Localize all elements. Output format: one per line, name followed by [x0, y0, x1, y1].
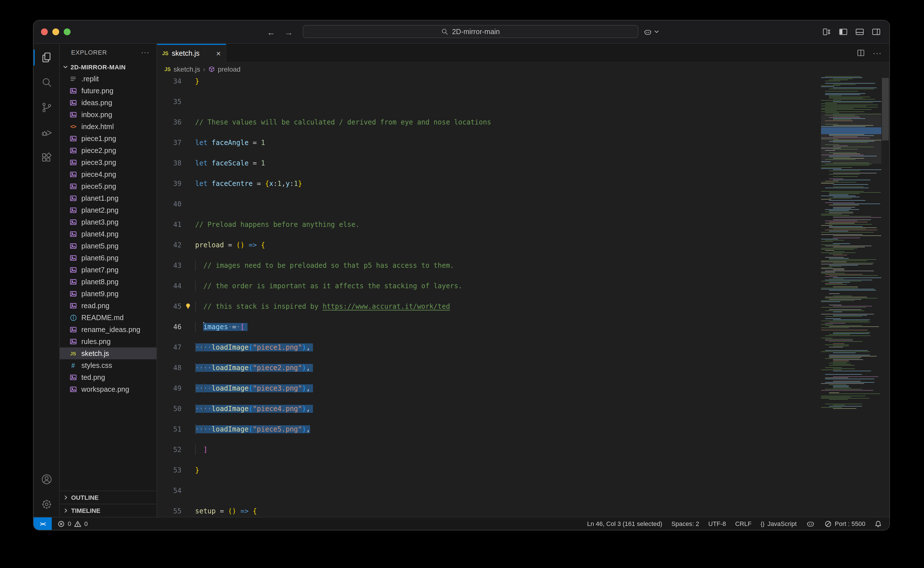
- file-item-.replit[interactable]: .replit: [60, 73, 156, 85]
- file-item-planet4.png[interactable]: planet4.png: [60, 228, 156, 240]
- file-item-planet2.png[interactable]: planet2.png: [60, 204, 156, 216]
- file-item-styles.css[interactable]: #styles.css: [60, 360, 156, 371]
- code-line-46[interactable]: 46 images·=·[: [157, 322, 889, 332]
- chevron-down-icon: [62, 64, 68, 69]
- status-item-notifications[interactable]: [874, 520, 882, 527]
- breadcrumb-file[interactable]: sketch.js: [174, 65, 200, 73]
- activity-item-search[interactable]: [33, 70, 59, 95]
- code-line-36[interactable]: 36// These values will be calculated / d…: [157, 117, 889, 127]
- file-item-planet6.png[interactable]: planet6.png: [60, 252, 156, 264]
- activity-item-explorer[interactable]: [33, 45, 59, 70]
- activity-item-run-debug[interactable]: [33, 120, 59, 145]
- code-line-49[interactable]: 49····loadImage("piece3.png"),: [157, 383, 889, 393]
- zoom-window-button[interactable]: [64, 29, 71, 35]
- forward-button[interactable]: →: [285, 27, 293, 37]
- code-line-37[interactable]: 37let faceAngle = 1: [157, 137, 889, 148]
- file-item-rename_ideas.png[interactable]: rename_ideas.png: [60, 323, 156, 335]
- workbench: EXPLORER ··· 2D-MIRROR-MAIN .replitfutur…: [33, 44, 889, 517]
- breadcrumb-symbol[interactable]: preload: [218, 65, 240, 73]
- file-item-planet3.png[interactable]: planet3.png: [60, 216, 156, 228]
- remote-indicator[interactable]: ><: [33, 517, 52, 530]
- file-item-piece3.png[interactable]: piece3.png: [60, 156, 156, 168]
- code-line-38[interactable]: 38let faceScale = 1: [157, 158, 889, 168]
- split-editor-icon[interactable]: [856, 48, 865, 57]
- code-line-53[interactable]: 53}: [157, 465, 889, 475]
- status-item-eol[interactable]: CRLF: [735, 520, 751, 527]
- image-file-icon: [69, 266, 77, 274]
- file-item-sketch.js[interactable]: JSsketch.js: [60, 347, 156, 360]
- problems-indicator[interactable]: 0 0: [58, 520, 88, 527]
- more-actions-icon[interactable]: ···: [141, 48, 150, 56]
- file-item-piece5.png[interactable]: piece5.png: [60, 180, 156, 192]
- code-line-43[interactable]: 43 // images need to be preloaded so tha…: [157, 260, 889, 270]
- close-tab-icon[interactable]: ×: [216, 49, 221, 57]
- file-item-workspace.png[interactable]: workspace.png: [60, 383, 156, 395]
- code-line-52[interactable]: 52 ]: [157, 445, 889, 455]
- customize-layout-button[interactable]: [822, 27, 832, 37]
- status-item-language[interactable]: {}JavaScript: [761, 520, 797, 527]
- status-item-cursor-position[interactable]: Ln 46, Col 3 (161 selected): [587, 520, 662, 527]
- minimap-viewport[interactable]: [821, 114, 881, 164]
- status-item-encoding[interactable]: UTF-8: [708, 520, 726, 527]
- code-line-42[interactable]: 42preload = () => {: [157, 240, 889, 250]
- file-item-piece1.png[interactable]: piece1.png: [60, 133, 156, 144]
- code-line-50[interactable]: 50····loadImage("piece4.png"),: [157, 404, 889, 414]
- status-item-port[interactable]: Port : 5500: [824, 520, 865, 527]
- code-editor[interactable]: 34}3536// These values will be calculate…: [157, 76, 889, 517]
- selected-text: ····loadImage("piece2.png"),: [195, 364, 313, 372]
- file-item-read.png[interactable]: read.png: [60, 300, 156, 311]
- code-line-55[interactable]: 55setup = () => {: [157, 506, 889, 516]
- file-item-piece2.png[interactable]: piece2.png: [60, 144, 156, 156]
- toggle-sidebar-button[interactable]: [838, 27, 848, 37]
- command-center[interactable]: 2D-mirror-main: [303, 25, 638, 38]
- toggle-secondary-sidebar-button[interactable]: [871, 27, 881, 37]
- activity-item-settings[interactable]: [33, 492, 59, 517]
- code-line-39[interactable]: 39let faceCentre = {x:1,y:1}: [157, 178, 889, 189]
- minimize-window-button[interactable]: [52, 29, 59, 35]
- folder-root[interactable]: 2D-MIRROR-MAIN: [60, 61, 156, 73]
- minimap[interactable]: [821, 76, 881, 517]
- indent-guide: [195, 281, 196, 291]
- status-item-copilot[interactable]: [806, 520, 815, 528]
- code-line-47[interactable]: 47····loadImage("piece1.png"),: [157, 342, 889, 352]
- tab-sketch-js[interactable]: JS sketch.js ×: [157, 44, 226, 62]
- symbol-box-icon: [208, 66, 215, 73]
- outline-section[interactable]: OUTLINE: [60, 491, 156, 504]
- code-line-44[interactable]: 44 // the order is important as it affec…: [157, 281, 889, 291]
- editor-scrollbar[interactable]: [881, 76, 889, 517]
- code-line-45[interactable]: 45 // this stack is inspired by https://…: [157, 301, 889, 311]
- file-item-future.png[interactable]: future.png: [60, 85, 156, 97]
- image-file-icon: [69, 278, 77, 286]
- file-item-rules.png[interactable]: rules.png: [60, 335, 156, 347]
- file-item-ideas.png[interactable]: ideas.png: [60, 97, 156, 109]
- file-item-inbox.png[interactable]: inbox.png: [60, 109, 156, 121]
- status-item-indentation[interactable]: Spaces: 2: [671, 520, 699, 527]
- code-line-51[interactable]: 51····loadImage("piece5.png"),: [157, 424, 889, 434]
- lightbulb-icon[interactable]: [184, 302, 192, 313]
- code-line-35[interactable]: 35: [157, 97, 889, 107]
- file-item-index.html[interactable]: <>index.html: [60, 121, 156, 133]
- close-window-button[interactable]: [41, 29, 48, 35]
- code-line-34[interactable]: 34}: [157, 76, 889, 86]
- code-line-54[interactable]: 54: [157, 486, 889, 496]
- file-item-planet1.png[interactable]: planet1.png: [60, 192, 156, 204]
- file-item-README.md[interactable]: README.md: [60, 311, 156, 323]
- back-button[interactable]: ←: [267, 27, 276, 37]
- code-line-41[interactable]: 41// Preload happens before anything els…: [157, 219, 889, 230]
- file-item-planet8.png[interactable]: planet8.png: [60, 276, 156, 288]
- activity-item-source-control[interactable]: [33, 95, 59, 120]
- file-item-piece4.png[interactable]: piece4.png: [60, 168, 156, 180]
- scrollbar-slider[interactable]: [882, 78, 889, 140]
- code-line-40[interactable]: 40: [157, 199, 889, 209]
- file-item-planet9.png[interactable]: planet9.png: [60, 288, 156, 300]
- code-line-48[interactable]: 48····loadImage("piece2.png"),: [157, 363, 889, 373]
- file-item-planet5.png[interactable]: planet5.png: [60, 240, 156, 252]
- editor-more-actions-icon[interactable]: ···: [873, 48, 882, 57]
- toggle-panel-button[interactable]: [854, 27, 865, 37]
- file-item-ted.png[interactable]: ted.png: [60, 371, 156, 383]
- timeline-section[interactable]: TIMELINE: [60, 504, 156, 517]
- copilot-button[interactable]: [643, 20, 659, 43]
- file-item-planet7.png[interactable]: planet7.png: [60, 264, 156, 276]
- activity-item-extensions[interactable]: [33, 145, 59, 170]
- activity-item-account[interactable]: [33, 467, 59, 492]
